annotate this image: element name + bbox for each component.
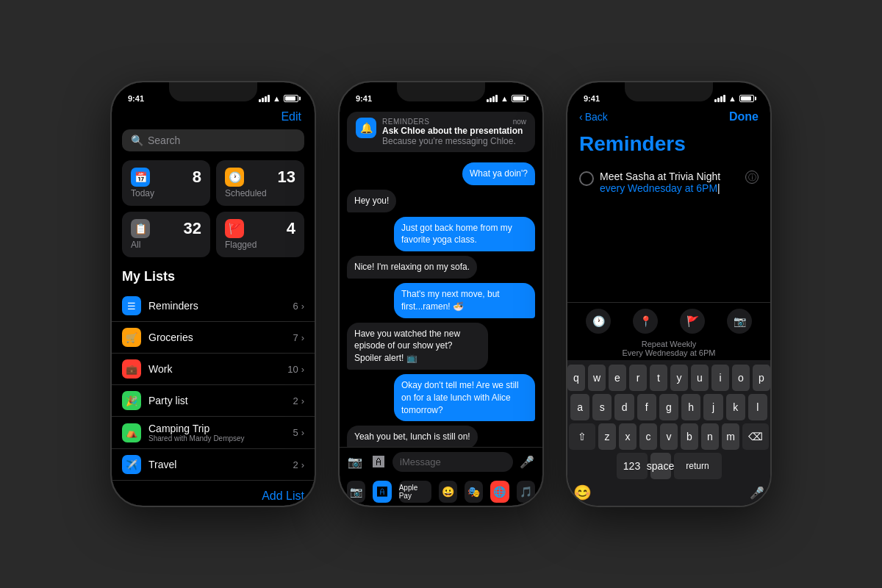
key-s[interactable]: s [592, 394, 612, 420]
key-j[interactable]: j [703, 394, 723, 420]
my-lists-title: My Lists [112, 266, 315, 290]
list-item-work[interactable]: 💼 Work 10 › [112, 354, 315, 385]
apps-icon[interactable]: 🅰 [369, 453, 388, 472]
key-b[interactable]: b [681, 423, 698, 450]
music-btn[interactable]: 🎵 [517, 481, 535, 503]
messages-list: What ya doin'? Hey you! Just got back ho… [340, 158, 542, 447]
kb-row-1: q w e r t y u i o p [570, 365, 767, 391]
microphone-icon[interactable]: 🎤 [517, 453, 537, 472]
kb-emoji-row: 😊 🎤 [570, 482, 767, 503]
key-i[interactable]: i [711, 365, 729, 391]
location-toolbar-icon[interactable]: 📍 [633, 309, 658, 334]
today-count: 8 [193, 168, 201, 187]
key-a[interactable]: a [570, 394, 589, 420]
emoji-keyboard-icon[interactable]: 😊 [573, 484, 592, 501]
key-h[interactable]: h [681, 394, 700, 420]
reminder-item[interactable]: Meet Sasha at Trivia Night every Wednesd… [567, 165, 770, 200]
reminders-header: Edit [112, 109, 315, 129]
work-count: 10 [287, 364, 298, 375]
done-button[interactable]: Done [729, 110, 759, 123]
tile-all[interactable]: 📋 32 All [122, 212, 210, 257]
travel-chevron: › [301, 459, 304, 470]
edit-button[interactable]: Edit [281, 110, 301, 123]
key-y[interactable]: y [670, 365, 688, 391]
msg-4: That's my next move, but first...ramen! … [394, 283, 535, 318]
signal-icon-2 [487, 95, 498, 102]
animoji-btn[interactable]: 🎭 [465, 481, 483, 503]
key-c[interactable]: c [639, 423, 657, 450]
list-item-camping[interactable]: ⛺ Camping Trip Shared with Mandy Dempsey… [112, 417, 315, 449]
status-bar-1: 9:41 ▲ [112, 82, 315, 109]
imessage-placeholder: iMessage [400, 456, 441, 467]
key-v[interactable]: v [660, 423, 678, 450]
camera-toolbar-icon[interactable]: 📷 [727, 309, 752, 334]
party-list-name: Party list [148, 395, 285, 406]
emoji-app-btn[interactable]: 😀 [439, 481, 457, 503]
key-w[interactable]: w [588, 365, 606, 391]
info-button[interactable]: ⓘ [745, 171, 759, 184]
groceries-list-icon: 🛒 [122, 328, 141, 347]
tile-flagged[interactable]: 🚩 4 Flagged [216, 212, 304, 257]
notification-banner[interactable]: 🔔 REMINDERS now Ask Chloe about the pres… [347, 112, 535, 152]
key-u[interactable]: u [691, 365, 709, 391]
key-x[interactable]: x [619, 423, 637, 450]
key-e[interactable]: e [609, 365, 626, 391]
key-shift[interactable]: ⇧ [569, 423, 595, 450]
key-delete[interactable]: ⌫ [742, 423, 769, 450]
key-g[interactable]: g [659, 394, 678, 420]
kb-row-3: ⇧ z x c v b n m ⌫ [570, 423, 767, 450]
key-d[interactable]: d [614, 394, 634, 420]
clock-toolbar-icon[interactable]: 🕐 [586, 309, 611, 334]
key-k[interactable]: k [726, 394, 745, 420]
key-o[interactable]: o [732, 365, 750, 391]
message-input-area[interactable]: 📷 🅰 iMessage 🎤 [340, 447, 542, 476]
list-item-reminders[interactable]: ☰ Reminders 6 › [112, 290, 315, 322]
tile-today[interactable]: 📅 8 Today [122, 160, 210, 206]
appstore-btn[interactable]: 🅰 [373, 481, 391, 503]
applepay-btn[interactable]: Apple Pay [399, 481, 431, 503]
key-123[interactable]: 123 [617, 453, 648, 479]
list-item-travel[interactable]: ✈️ Travel 2 › [112, 449, 315, 481]
status-icons-2: ▲ [487, 94, 526, 103]
party-chevron: › [301, 395, 304, 406]
camera-icon[interactable]: 📷 [345, 453, 365, 472]
search-placeholder: Search [148, 135, 180, 146]
key-n[interactable]: n [701, 423, 719, 450]
repeat-weekly: Repeat Weekly [567, 340, 770, 348]
key-z[interactable]: z [598, 423, 616, 450]
camping-chevron: › [301, 427, 304, 438]
msg-6: Okay don't tell me! Are we still on for … [394, 374, 535, 421]
travel-count: 2 [293, 459, 298, 470]
key-space[interactable]: space [650, 453, 671, 479]
key-p[interactable]: p [753, 365, 770, 391]
key-return[interactable]: return [674, 453, 722, 479]
mic-keyboard-icon[interactable]: 🎤 [750, 486, 764, 500]
signal-icon-3 [714, 95, 725, 102]
all-count: 32 [184, 219, 201, 238]
key-f[interactable]: f [637, 394, 656, 420]
notification-app-name: REMINDERS [382, 118, 430, 126]
key-q[interactable]: q [567, 365, 585, 391]
key-l[interactable]: l [748, 394, 767, 420]
detail-title: Reminders [567, 129, 770, 165]
photos-app-btn[interactable]: 📷 [347, 481, 365, 503]
back-button[interactable]: ‹ Back [579, 111, 608, 123]
key-t[interactable]: t [650, 365, 667, 391]
list-item-groceries[interactable]: 🛒 Groceries 7 › [112, 322, 315, 354]
search-bar[interactable]: 🔍 Search [122, 129, 304, 151]
flag-toolbar-icon[interactable]: 🚩 [680, 309, 705, 334]
kb-row-2: a s d f g h j k l [570, 394, 767, 420]
flagged-icon: 🚩 [225, 219, 244, 238]
add-list-button[interactable]: Add List [112, 481, 315, 506]
key-r[interactable]: r [629, 365, 647, 391]
scheduled-label: Scheduled [225, 188, 295, 198]
msg-1: Hey you! [347, 190, 396, 212]
imessage-input[interactable]: iMessage [392, 452, 513, 472]
status-icons-3: ▲ [714, 94, 754, 103]
list-item-party[interactable]: 🎉 Party list 2 › [112, 385, 315, 417]
tile-scheduled[interactable]: 🕐 13 Scheduled [216, 160, 304, 206]
digital-touch-btn[interactable]: 🌐 [490, 481, 509, 503]
key-m[interactable]: m [722, 423, 739, 450]
flagged-label: Flagged [225, 240, 295, 250]
reminder-title: Meet Sasha at Trivia Night every Wednesd… [600, 171, 739, 194]
